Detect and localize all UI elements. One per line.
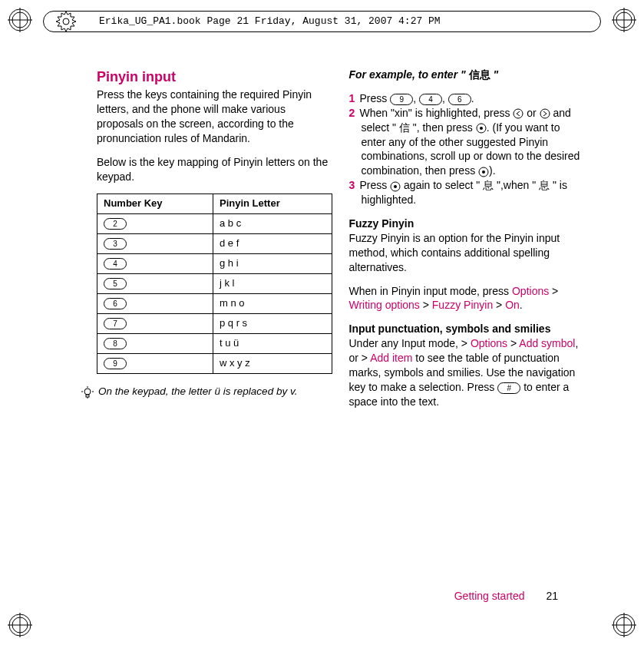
table-header-number-key: Number Key [97, 194, 213, 213]
keycap-icon: 8 [104, 338, 127, 349]
keycap-icon: 3 [104, 238, 127, 250]
pinyin-input-intro: Press the keys containing the required P… [97, 88, 332, 146]
menu-options: Options [512, 285, 549, 297]
keycap-icon: 2 [104, 218, 127, 230]
table-row: 6m n o [97, 293, 332, 313]
menu-options: Options [471, 337, 507, 349]
svg-point-26 [480, 127, 483, 130]
nav-right-icon [540, 108, 550, 119]
svg-point-23 [514, 109, 523, 118]
keycap-icon: 9 [104, 358, 127, 369]
document-header-bar: Erika_UG_PA1.book Page 21 Friday, August… [43, 11, 601, 32]
document-header-text: Erika_UG_PA1.book Page 21 Friday, August… [99, 15, 441, 28]
keycap-icon: 6 [448, 94, 471, 105]
pinyin-key-table: Number Key Pinyin Letter 2a b c 3d e f 4… [97, 194, 332, 374]
table-row: 3d e f [97, 233, 332, 253]
right-column: For example, to enter " 信息 " 1Press 9, 4… [349, 68, 585, 584]
table-row: 9w x y z [97, 353, 332, 373]
table-row: 8t u ü [97, 333, 332, 353]
menu-add-symbol: Add symbol [519, 337, 575, 349]
nav-center-icon [390, 181, 401, 192]
keycap-hash-icon: # [497, 382, 520, 394]
keycap-icon: 6 [104, 298, 127, 309]
corner-ring-icon [6, 6, 34, 34]
table-row: 7p q r s [97, 313, 332, 333]
punctuation-body: Under any Input mode, > Options > Add sy… [349, 336, 585, 408]
fuzzy-pinyin-nav: When in Pinyin input mode, press Options… [349, 284, 585, 313]
menu-on: On [505, 299, 520, 311]
fuzzy-pinyin-title: Fuzzy Pinyin [349, 217, 585, 231]
pinyin-input-title: Pinyin input [97, 68, 332, 86]
table-row: 5j k l [97, 273, 332, 293]
table-row: 2a b c [97, 213, 332, 233]
keycap-icon: 7 [104, 318, 127, 329]
lightbulb-icon [81, 386, 94, 399]
keycap-icon: 4 [104, 258, 127, 270]
fuzzy-pinyin-body: Fuzzy Pinyin is an option for the Pinyin… [349, 231, 585, 275]
left-column: Pinyin input Press the keys containing t… [97, 68, 332, 584]
svg-point-16 [63, 18, 69, 25]
tip-text: On the keypad, the letter ü is replaced … [98, 385, 297, 399]
svg-point-24 [540, 109, 550, 118]
keycap-icon: 4 [419, 94, 442, 105]
svg-point-30 [394, 185, 397, 188]
menu-add-item: Add item [370, 352, 412, 364]
table-row: 4g h i [97, 253, 332, 273]
svg-point-28 [482, 170, 485, 174]
nav-center-icon [478, 167, 489, 177]
step-3: 3Press again to select " 息 ",when " 息 " … [362, 178, 585, 207]
pinyin-key-mapping-intro: Below is the key mapping of Pinyin lette… [97, 155, 332, 184]
punctuation-title: Input punctuation, symbols and smilies [349, 322, 585, 336]
keycap-icon: 5 [104, 278, 127, 289]
menu-writing-options: Writing options [349, 299, 420, 311]
keycap-icon: 9 [390, 94, 413, 105]
corner-ring-icon [610, 611, 638, 639]
nav-center-icon [476, 123, 487, 134]
svg-rect-22 [86, 395, 89, 397]
nav-left-icon [513, 108, 523, 119]
table-header-pinyin-letter: Pinyin Letter [213, 194, 332, 213]
step-2: 2When "xin" is highlighted, press or and… [362, 106, 585, 178]
footer-section: Getting started [454, 590, 525, 602]
menu-fuzzy-pinyin: Fuzzy Pinyin [432, 299, 493, 311]
corner-ring-icon [6, 611, 34, 639]
page-footer: Getting started 21 [454, 589, 558, 604]
step-1: 1Press 9, 4, 6. [362, 91, 585, 106]
gear-icon [55, 11, 77, 32]
corner-ring-icon [610, 6, 638, 34]
example-title: For example, to enter " 信息 " [349, 68, 585, 82]
svg-point-17 [84, 389, 91, 395]
footer-page-number: 21 [546, 590, 558, 602]
tip-note: On the keypad, the letter ü is replaced … [97, 385, 332, 399]
